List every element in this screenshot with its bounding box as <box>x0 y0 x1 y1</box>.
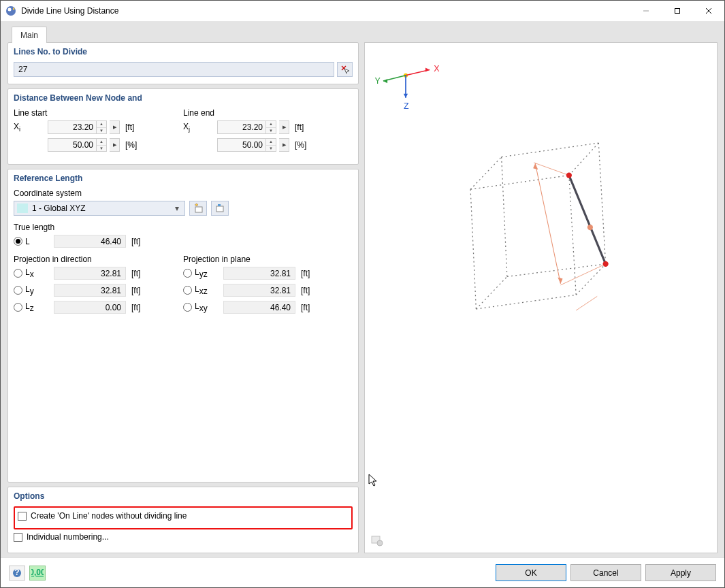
svg-line-22 <box>470 189 476 309</box>
tab-main[interactable]: Main <box>12 27 47 43</box>
step-button[interactable]: ▶ <box>110 138 120 152</box>
new-coord-button[interactable] <box>189 201 207 216</box>
step-button[interactable]: ▶ <box>279 138 289 152</box>
svg-marker-15 <box>383 79 387 83</box>
step-button[interactable]: ▶ <box>110 120 120 134</box>
svg-text:?: ? <box>14 568 19 577</box>
pick-lines-button[interactable] <box>337 62 353 77</box>
radio-label: Lxz <box>195 284 210 296</box>
xi-distance-field[interactable]: 23.20 ▲▼ <box>48 120 107 134</box>
svg-text:0,00: 0,00 <box>31 569 44 577</box>
radio-label: Lz <box>25 301 40 313</box>
dialog-window: Divide Line Using Distance Main Lines No… <box>0 0 725 588</box>
minimize-button[interactable] <box>630 1 662 21</box>
unit: [%] <box>295 140 306 150</box>
svg-rect-10 <box>218 204 221 206</box>
svg-marker-17 <box>404 94 408 98</box>
svg-point-38 <box>566 172 572 178</box>
units-button[interactable]: 0,00 <box>29 566 46 581</box>
section-title: Lines No. to Divide <box>14 47 353 56</box>
chevron-down-icon: ▾ <box>172 203 182 213</box>
cancel-button[interactable]: Cancel <box>570 564 641 581</box>
workarea: Main Lines No. to Divide Distance Betwe <box>1 22 724 557</box>
coord-system-select[interactable]: 1 - Global XYZ ▾ <box>14 201 185 216</box>
svg-line-24 <box>502 157 507 277</box>
Lyz-value: 32.81 <box>223 267 295 280</box>
checkbox-individual-numbering[interactable] <box>14 533 22 542</box>
window-title: Divide Line Using Distance <box>21 6 630 16</box>
svg-point-42 <box>377 540 383 546</box>
checkbox-on-line-nodes[interactable] <box>18 512 27 521</box>
spinner[interactable]: ▲▼ <box>266 138 276 152</box>
xj-symbol: Xj <box>183 122 194 133</box>
spinner[interactable]: ▲▼ <box>266 120 276 134</box>
radio-Lxy[interactable] <box>183 303 192 312</box>
xi-percent-field[interactable]: 50.00 ▲▼ <box>48 138 107 152</box>
Lxz-value: 32.81 <box>223 284 295 297</box>
swatch-icon <box>17 203 28 213</box>
step-button[interactable]: ▶ <box>279 120 289 134</box>
svg-line-21 <box>569 143 598 176</box>
radio-Lz[interactable] <box>14 303 22 312</box>
radio-label: L <box>25 237 40 246</box>
svg-marker-13 <box>425 67 430 71</box>
section-title: Reference Length <box>14 174 353 183</box>
radio-label: Lx <box>25 267 40 279</box>
svg-marker-33 <box>533 163 538 169</box>
svg-point-1 <box>8 8 12 12</box>
spinner[interactable]: ▲▼ <box>97 120 107 134</box>
display-settings-icon[interactable] <box>370 534 384 547</box>
option-label: Individual numbering... <box>27 532 109 542</box>
svg-point-0 <box>6 6 16 16</box>
xj-distance-field[interactable]: 23.20 ▲▼ <box>217 120 276 134</box>
proj-plane-label: Projection in plane <box>183 255 353 264</box>
radio-Lx[interactable] <box>14 269 22 278</box>
section-reference-length: Reference Length Coordinate system 1 - G… <box>7 169 359 483</box>
radio-label: Lxy <box>195 301 210 313</box>
option-label: Create 'On Line' nodes without dividing … <box>31 511 187 521</box>
Lxy-value: 46.40 <box>223 301 295 314</box>
svg-line-18 <box>502 143 599 157</box>
preview-panel[interactable]: X Y Z <box>364 42 718 553</box>
help-button[interactable]: ? <box>9 566 25 581</box>
lines-input[interactable] <box>14 62 334 77</box>
unit: [ft] <box>295 122 304 132</box>
ok-button[interactable]: OK <box>496 564 566 581</box>
xi-symbol: Xi <box>14 122 25 133</box>
radio-label: Lyz <box>195 267 210 279</box>
Ly-value: 32.81 <box>54 284 126 297</box>
radio-Lyz[interactable] <box>183 269 192 278</box>
radio-Ly[interactable] <box>14 286 22 295</box>
radio-label: Ly <box>25 284 40 296</box>
Lz-value: 0.00 <box>54 301 126 314</box>
svg-line-32 <box>535 163 560 284</box>
line-start-label: Line start <box>14 108 183 118</box>
svg-line-29 <box>576 264 605 295</box>
L-value: 46.40 <box>54 235 126 248</box>
maximize-button[interactable] <box>662 1 693 21</box>
svg-line-28 <box>476 276 506 309</box>
proj-dir-label: Projection in direction <box>14 255 183 264</box>
svg-line-27 <box>507 264 606 277</box>
radio-Lxz[interactable] <box>183 286 192 295</box>
app-icon <box>5 5 17 17</box>
xj-percent-field[interactable]: 50.00 ▲▼ <box>217 138 276 152</box>
svg-line-19 <box>470 176 569 190</box>
Lx-value: 32.81 <box>54 267 126 280</box>
cursor-icon <box>368 474 378 487</box>
coord-label: Coordinate system <box>14 189 353 198</box>
x-axis-label: X <box>434 64 439 74</box>
section-title: Options <box>14 491 353 501</box>
radio-L[interactable] <box>14 237 22 246</box>
svg-line-20 <box>470 157 501 190</box>
spinner[interactable]: ▲▼ <box>97 138 107 152</box>
apply-button[interactable]: Apply <box>645 564 716 581</box>
unit: [%] <box>125 140 137 150</box>
svg-rect-8 <box>195 207 202 212</box>
y-axis-label: Y <box>374 76 380 86</box>
section-title: Distance Between New Node and <box>14 93 353 103</box>
edit-coord-button[interactable] <box>211 201 229 216</box>
close-button[interactable] <box>693 1 724 21</box>
svg-rect-3 <box>675 9 680 14</box>
titlebar: Divide Line Using Distance <box>1 1 724 22</box>
